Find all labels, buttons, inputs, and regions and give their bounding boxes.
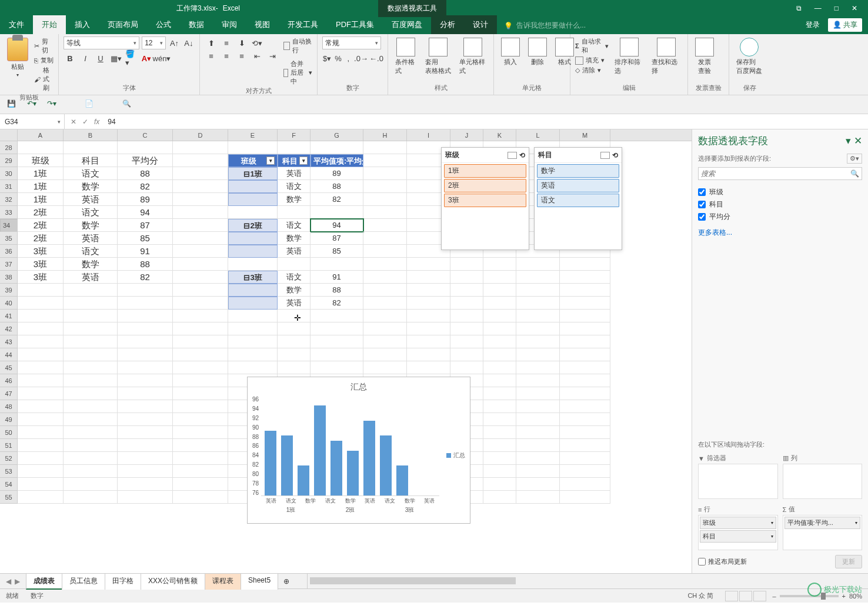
cell[interactable]: 语文 xyxy=(278,180,311,193)
cell[interactable]: 数学 xyxy=(64,258,118,271)
cell[interactable] xyxy=(407,310,450,322)
cell[interactable] xyxy=(118,322,173,335)
cell[interactable] xyxy=(311,310,363,322)
cell[interactable] xyxy=(18,413,64,426)
cell[interactable] xyxy=(516,439,560,452)
cell[interactable] xyxy=(173,193,228,206)
row-header[interactable]: 38 xyxy=(0,271,18,284)
cell[interactable] xyxy=(407,284,450,297)
cell[interactable]: 82 xyxy=(311,297,363,310)
cell[interactable] xyxy=(560,361,610,374)
row-header[interactable]: 48 xyxy=(0,400,18,413)
row-header[interactable]: 34 xyxy=(0,219,18,232)
comma-button[interactable]: , xyxy=(345,52,352,65)
col-header[interactable]: K xyxy=(483,129,516,141)
slicer-multi-icon[interactable] xyxy=(508,152,517,159)
cell[interactable] xyxy=(228,180,278,193)
row-header[interactable]: 44 xyxy=(0,348,18,361)
format-painter-button[interactable]: 🖌格式刷 xyxy=(34,65,54,93)
align-middle-button[interactable]: ≡ xyxy=(220,36,233,49)
cell[interactable]: 88 xyxy=(118,167,173,180)
cell[interactable]: 91 xyxy=(311,271,363,284)
cell[interactable]: 88 xyxy=(311,180,363,193)
conditional-format-button[interactable]: 条件格式 xyxy=(393,36,419,76)
cell[interactable] xyxy=(363,271,407,284)
cell[interactable] xyxy=(278,141,311,154)
update-button[interactable]: 更新 xyxy=(835,555,862,568)
decrease-indent-button[interactable]: ⇤ xyxy=(251,49,263,62)
slicer-item[interactable]: 3班 xyxy=(444,194,526,207)
cell[interactable] xyxy=(311,141,363,154)
slicer-item[interactable]: 数学 xyxy=(537,164,619,178)
cell[interactable]: ⊟2班 xyxy=(228,219,278,232)
sheet-tab[interactable]: 课程表 xyxy=(205,573,241,590)
cell[interactable]: 1班 xyxy=(18,193,64,206)
cell[interactable] xyxy=(560,310,610,322)
tab-data[interactable]: 数据 xyxy=(180,15,213,34)
cell[interactable] xyxy=(516,387,560,400)
values-drop-area[interactable]: 平均值项:平均...▾ xyxy=(783,515,863,550)
cell[interactable]: 英语 xyxy=(64,232,118,245)
row-header[interactable]: 50 xyxy=(0,426,18,439)
col-header[interactable]: J xyxy=(450,129,483,141)
cell[interactable] xyxy=(450,258,483,271)
cell[interactable] xyxy=(483,478,516,491)
cell[interactable]: 89 xyxy=(311,167,363,180)
cell[interactable] xyxy=(64,491,118,504)
col-header[interactable]: D xyxy=(173,129,228,141)
row-header[interactable]: 49 xyxy=(0,413,18,426)
cell[interactable] xyxy=(228,284,278,297)
cell[interactable] xyxy=(560,413,610,426)
cell[interactable] xyxy=(278,322,311,335)
cell[interactable]: 3班 xyxy=(18,271,64,284)
slicer-item[interactable]: 英语 xyxy=(537,179,619,192)
sheet-tab[interactable]: Sheet5 xyxy=(241,573,278,590)
cell[interactable] xyxy=(311,322,363,335)
cell[interactable] xyxy=(173,413,228,426)
cell[interactable] xyxy=(118,491,173,504)
cell[interactable] xyxy=(118,297,173,310)
cell[interactable] xyxy=(363,258,407,271)
cell[interactable] xyxy=(516,297,560,310)
cell[interactable] xyxy=(173,491,228,504)
cell[interactable]: 88 xyxy=(311,284,363,297)
cell[interactable] xyxy=(363,167,407,180)
filters-drop-area[interactable] xyxy=(698,464,778,499)
cell[interactable]: 数学 xyxy=(64,219,118,232)
undo-icon[interactable]: ↶▾ xyxy=(27,99,38,110)
tab-view[interactable]: 视图 xyxy=(246,15,279,34)
cell[interactable]: 英语 xyxy=(64,193,118,206)
row-header[interactable]: 30 xyxy=(0,167,18,180)
share-button[interactable]: 👤 共享 xyxy=(828,18,862,32)
cell-style-button[interactable]: 单元格样式 xyxy=(457,36,489,76)
cell[interactable] xyxy=(363,284,407,297)
cell[interactable] xyxy=(118,400,173,413)
invoice-button[interactable]: 发票 查验 xyxy=(693,36,716,76)
cell[interactable]: 语文 xyxy=(278,219,311,232)
cell[interactable] xyxy=(516,322,560,335)
cell[interactable] xyxy=(64,374,118,387)
cell[interactable] xyxy=(18,348,64,361)
cell[interactable]: 94 xyxy=(311,219,363,232)
cell[interactable]: 数学 xyxy=(278,232,311,245)
cell[interactable] xyxy=(516,374,560,387)
tab-design[interactable]: 设计 xyxy=(464,15,497,34)
cell[interactable]: 语文 xyxy=(64,206,118,219)
row-header[interactable]: 33 xyxy=(0,206,18,219)
save-baidu-button[interactable]: 保存到 百度网盘 xyxy=(734,36,764,76)
cell[interactable]: 平均值项:平均分 xyxy=(311,154,363,167)
cell[interactable] xyxy=(516,348,560,361)
cell[interactable] xyxy=(228,232,278,245)
tab-layout[interactable]: 页面布局 xyxy=(99,15,147,34)
cell[interactable] xyxy=(173,284,228,297)
cell[interactable]: 87 xyxy=(311,232,363,245)
minimize-button[interactable]: — xyxy=(814,4,822,12)
cell[interactable]: 85 xyxy=(311,245,363,258)
cell[interactable]: 82 xyxy=(311,193,363,206)
field-checkbox[interactable]: 科目 xyxy=(698,198,862,211)
tab-file[interactable]: 文件 xyxy=(0,15,33,34)
cell[interactable] xyxy=(173,400,228,413)
horizontal-scrollbar[interactable] xyxy=(307,574,868,588)
cell[interactable]: 语文 xyxy=(64,245,118,258)
cell[interactable] xyxy=(118,426,173,439)
